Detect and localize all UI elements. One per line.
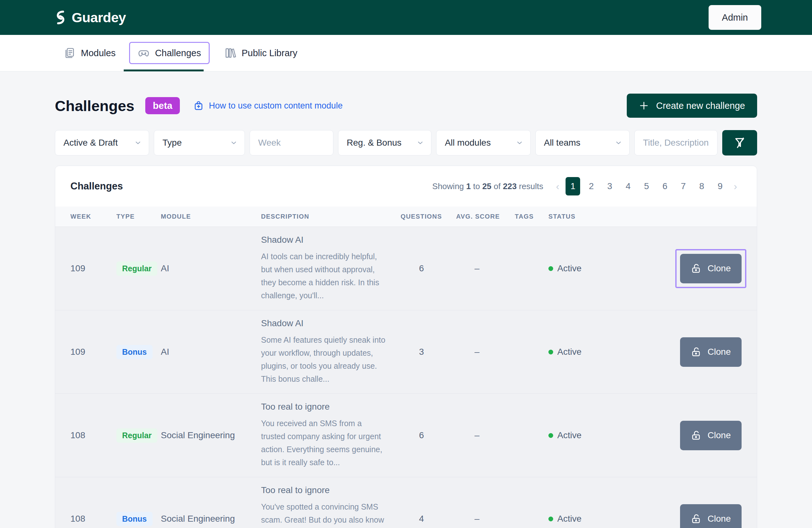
pagination-page-5[interactable]: 5 [639, 177, 654, 196]
type-badge: Bonus [116, 512, 153, 526]
cell-description: Too real to ignore You've spotted a conv… [261, 485, 388, 528]
nav-item-label: Modules [81, 48, 116, 58]
add-content-icon [193, 100, 204, 111]
clear-filters-button[interactable] [722, 130, 757, 156]
pagination-next-icon[interactable]: › [729, 181, 742, 192]
cell-module: AI [161, 347, 261, 357]
beta-badge: beta [145, 97, 180, 114]
cell-description: Shadow AI Some AI features quietly sneak… [261, 318, 388, 386]
pagination-page-4[interactable]: 4 [621, 177, 635, 196]
card-header: Challenges Showing 1 to 25 of 223 result… [55, 166, 757, 206]
clone-button-label: Clone [708, 263, 731, 273]
filter-reg-bonus-value: Reg. & Bonus [347, 138, 402, 148]
status-label: Active [557, 430, 581, 440]
cell-actions: Clone [662, 254, 742, 283]
cell-status: Active [548, 347, 662, 357]
column-header-description: DESCRIPTION [261, 213, 401, 220]
nav-item-modules[interactable]: Modules [63, 47, 116, 59]
cell-type: Regular [116, 261, 161, 276]
cell-actions: Clone [662, 504, 742, 528]
column-header-avg-score: AVG. SCORE [456, 213, 515, 220]
cell-week: 109 [70, 263, 116, 273]
challenges-icon [137, 47, 150, 59]
clone-button[interactable]: Clone [680, 337, 742, 367]
type-badge: Regular [116, 261, 157, 276]
plus-icon [639, 101, 649, 111]
cell-status: Active [548, 514, 662, 524]
filter-reg-bonus-select[interactable]: Reg. & Bonus [338, 130, 431, 156]
brand-logo[interactable]: Guardey [54, 10, 126, 25]
clone-button-wrap: Clone [680, 337, 742, 367]
cell-description: Shadow AI AI tools can be incredibly hel… [261, 235, 388, 302]
challenge-title: Too real to ignore [261, 485, 388, 495]
cell-avg-score: – [456, 430, 515, 440]
pagination-page-1[interactable]: 1 [566, 177, 580, 196]
status-label: Active [557, 514, 581, 524]
challenge-description: You've spotted a convincing SMS scam. Gr… [261, 500, 388, 528]
clone-button-wrap: Clone [680, 421, 742, 450]
pagination-page-7[interactable]: 7 [676, 177, 691, 196]
cell-questions: 6 [401, 263, 456, 273]
clone-focus-ring: Clone [680, 254, 742, 283]
library-icon [224, 47, 236, 59]
week-input[interactable] [250, 130, 333, 156]
help-link-label: How to use custom content module [209, 101, 343, 111]
results-text: results [519, 182, 543, 191]
results-summary: Showing 1 to 25 of 223 results [432, 182, 543, 191]
filter-teams-value: All teams [544, 138, 580, 148]
nav-item-label: Public Library [242, 48, 298, 58]
active-tab-underline [124, 70, 204, 71]
pagination-page-6[interactable]: 6 [657, 177, 672, 196]
cell-week: 109 [70, 347, 116, 357]
cell-type: Bonus [116, 345, 161, 359]
cell-type: Bonus [116, 512, 161, 526]
column-header-week: WEEK [70, 213, 116, 220]
status-label: Active [557, 263, 581, 273]
nav-item-public-library[interactable]: Public Library [224, 47, 298, 59]
card-title: Challenges [70, 181, 123, 192]
challenges-card: Challenges Showing 1 to 25 of 223 result… [55, 166, 757, 528]
create-challenge-button[interactable]: Create new challenge [627, 94, 757, 118]
status-dot [548, 517, 553, 521]
filter-status-select[interactable]: Active & Draft [55, 130, 149, 156]
clone-button[interactable]: Clone [680, 504, 742, 528]
column-header-questions: QUESTIONS [401, 213, 456, 220]
clone-button[interactable]: Clone [680, 254, 742, 283]
results-text: Showing [432, 182, 464, 191]
cell-week: 108 [70, 514, 116, 524]
table-row: 109 Bonus AI Shadow AI Some AI features … [55, 310, 757, 394]
challenge-description: You received an SMS from a trusted compa… [261, 417, 388, 469]
admin-button[interactable]: Admin [709, 5, 761, 30]
nav-item-challenges[interactable]: Challenges [129, 42, 210, 64]
results-to: 25 [482, 182, 491, 191]
table-row: 108 Bonus Social Engineering Too real to… [55, 477, 757, 528]
create-challenge-label: Create new challenge [656, 101, 745, 111]
search-input[interactable] [634, 130, 717, 156]
clone-button[interactable]: Clone [680, 421, 742, 450]
status-dot [548, 350, 553, 354]
results-from: 1 [466, 182, 471, 191]
chevron-down-icon [516, 139, 523, 147]
filter-modules-select[interactable]: All modules [436, 130, 530, 156]
cell-avg-score: – [456, 347, 515, 357]
filter-status-value: Active & Draft [63, 138, 118, 148]
clone-button-wrap: Clone [680, 504, 742, 528]
pagination-page-3[interactable]: 3 [602, 177, 617, 196]
column-header-module: MODULE [161, 213, 261, 220]
challenge-description: Some AI features quietly sneak into your… [261, 333, 388, 386]
cell-module: AI [161, 263, 261, 273]
pagination-page-2[interactable]: 2 [584, 177, 598, 196]
table-header-row: WEEK TYPE MODULE DESCRIPTION QUESTIONS A… [55, 206, 757, 227]
cell-avg-score: – [456, 514, 515, 524]
filter-teams-select[interactable]: All teams [535, 130, 629, 156]
modules-icon [63, 47, 75, 59]
filter-type-select[interactable]: Type [154, 130, 245, 156]
pagination-page-8[interactable]: 8 [694, 177, 709, 196]
results-and-pagination: Showing 1 to 25 of 223 results ‹ 1 2 3 4… [432, 177, 742, 196]
top-header: Guardey Admin [0, 0, 812, 35]
status-label: Active [557, 347, 581, 357]
pagination-prev-icon[interactable]: ‹ [552, 181, 564, 192]
pagination-page-9[interactable]: 9 [713, 177, 727, 196]
cell-actions: Clone [662, 337, 742, 367]
help-link[interactable]: How to use custom content module [193, 100, 343, 111]
